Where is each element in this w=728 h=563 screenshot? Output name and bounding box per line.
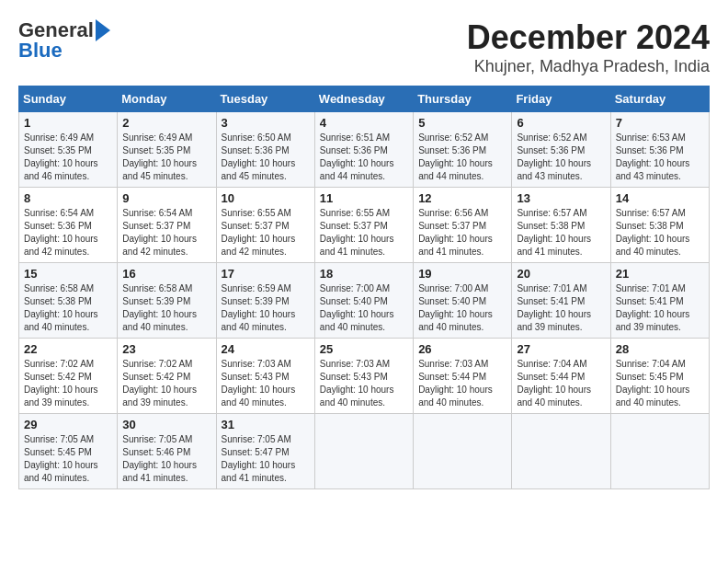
day-number: 17 [222,267,310,281]
day-number: 7 [616,116,704,130]
day-number: 23 [122,342,210,356]
table-row: 15Sunrise: 6:58 AM Sunset: 5:38 PM Dayli… [19,263,118,339]
logo-arrow-icon [96,19,110,41]
day-info: Sunrise: 7:02 AM Sunset: 5:42 PM Dayligh… [24,358,112,409]
table-row: 11Sunrise: 6:55 AM Sunset: 5:37 PM Dayli… [314,188,413,263]
table-row: 30Sunrise: 7:05 AM Sunset: 5:46 PM Dayli… [118,414,216,489]
calendar-table: Sunday Monday Tuesday Wednesday Thursday… [18,86,710,489]
day-info: Sunrise: 6:55 AM Sunset: 5:37 PM Dayligh… [222,207,310,259]
table-row: 17Sunrise: 6:59 AM Sunset: 5:39 PM Dayli… [216,263,314,339]
day-number: 11 [320,191,408,205]
day-number: 15 [24,267,112,281]
day-number: 9 [122,191,210,205]
logo: General Blue [18,18,110,63]
day-number: 26 [418,342,506,356]
table-row: 4Sunrise: 6:51 AM Sunset: 5:36 PM Daylig… [314,112,413,188]
table-row: 26Sunrise: 7:03 AM Sunset: 5:44 PM Dayli… [414,339,512,414]
day-info: Sunrise: 6:52 AM Sunset: 5:36 PM Dayligh… [517,132,605,183]
day-info: Sunrise: 6:50 AM Sunset: 5:36 PM Dayligh… [222,132,310,183]
day-info: Sunrise: 6:54 AM Sunset: 5:36 PM Dayligh… [24,207,112,259]
calendar-week-row: 1Sunrise: 6:49 AM Sunset: 5:35 PM Daylig… [19,112,710,188]
day-info: Sunrise: 6:52 AM Sunset: 5:36 PM Dayligh… [418,132,506,183]
day-info: Sunrise: 6:57 AM Sunset: 5:38 PM Dayligh… [517,207,605,259]
day-info: Sunrise: 6:58 AM Sunset: 5:38 PM Dayligh… [24,282,112,334]
day-info: Sunrise: 7:01 AM Sunset: 5:41 PM Dayligh… [517,282,605,334]
day-number: 5 [418,116,506,130]
day-info: Sunrise: 6:49 AM Sunset: 5:35 PM Dayligh… [24,132,112,183]
table-row: 8Sunrise: 6:54 AM Sunset: 5:36 PM Daylig… [19,188,118,263]
day-info: Sunrise: 7:05 AM Sunset: 5:47 PM Dayligh… [222,433,310,485]
table-row: 27Sunrise: 7:04 AM Sunset: 5:44 PM Dayli… [512,339,610,414]
day-number: 10 [222,191,310,205]
day-info: Sunrise: 7:00 AM Sunset: 5:40 PM Dayligh… [418,282,506,334]
day-number: 6 [517,116,605,130]
calendar-week-row: 29Sunrise: 7:05 AM Sunset: 5:45 PM Dayli… [19,414,710,489]
day-info: Sunrise: 7:00 AM Sunset: 5:40 PM Dayligh… [320,282,408,334]
day-number: 12 [418,191,506,205]
table-row [414,414,512,489]
day-number: 13 [517,191,605,205]
calendar-week-row: 8Sunrise: 6:54 AM Sunset: 5:36 PM Daylig… [19,188,710,263]
day-info: Sunrise: 7:03 AM Sunset: 5:43 PM Dayligh… [320,358,408,409]
calendar-week-row: 15Sunrise: 6:58 AM Sunset: 5:38 PM Dayli… [19,263,710,339]
day-number: 3 [222,116,310,130]
table-row: 6Sunrise: 6:52 AM Sunset: 5:36 PM Daylig… [512,112,610,188]
day-number: 2 [122,116,210,130]
day-info: Sunrise: 7:01 AM Sunset: 5:41 PM Dayligh… [616,282,704,334]
day-info: Sunrise: 7:03 AM Sunset: 5:43 PM Dayligh… [222,358,310,409]
table-row: 28Sunrise: 7:04 AM Sunset: 5:45 PM Dayli… [610,339,709,414]
col-sunday: Sunday [19,86,118,112]
day-info: Sunrise: 7:04 AM Sunset: 5:45 PM Dayligh… [616,358,704,409]
col-monday: Monday [118,86,216,112]
day-number: 31 [222,418,310,431]
table-row: 31Sunrise: 7:05 AM Sunset: 5:47 PM Dayli… [216,414,314,489]
page-title: December 2024 [467,18,710,57]
table-row: 10Sunrise: 6:55 AM Sunset: 5:37 PM Dayli… [216,188,314,263]
table-row: 18Sunrise: 7:00 AM Sunset: 5:40 PM Dayli… [314,263,413,339]
day-number: 29 [24,418,112,431]
day-number: 1 [24,116,112,130]
day-info: Sunrise: 6:51 AM Sunset: 5:36 PM Dayligh… [320,132,408,183]
day-info: Sunrise: 6:57 AM Sunset: 5:38 PM Dayligh… [616,207,704,259]
calendar-header-row: Sunday Monday Tuesday Wednesday Thursday… [19,86,710,112]
day-number: 25 [320,342,408,356]
day-number: 28 [616,342,704,356]
table-row [512,414,610,489]
table-row: 22Sunrise: 7:02 AM Sunset: 5:42 PM Dayli… [19,339,118,414]
day-number: 30 [122,418,210,431]
table-row: 12Sunrise: 6:56 AM Sunset: 5:37 PM Dayli… [414,188,512,263]
page-header: General Blue December 2024 Khujner, Madh… [18,18,710,76]
day-number: 21 [616,267,704,281]
table-row: 7Sunrise: 6:53 AM Sunset: 5:36 PM Daylig… [610,112,709,188]
table-row: 1Sunrise: 6:49 AM Sunset: 5:35 PM Daylig… [19,112,118,188]
day-info: Sunrise: 7:02 AM Sunset: 5:42 PM Dayligh… [122,358,210,409]
day-number: 16 [122,267,210,281]
day-number: 18 [320,267,408,281]
table-row: 13Sunrise: 6:57 AM Sunset: 5:38 PM Dayli… [512,188,610,263]
day-info: Sunrise: 6:56 AM Sunset: 5:37 PM Dayligh… [418,207,506,259]
day-number: 24 [222,342,310,356]
calendar-week-row: 22Sunrise: 7:02 AM Sunset: 5:42 PM Dayli… [19,339,710,414]
table-row: 16Sunrise: 6:58 AM Sunset: 5:39 PM Dayli… [118,263,216,339]
day-number: 8 [24,191,112,205]
day-number: 27 [517,342,605,356]
table-row: 5Sunrise: 6:52 AM Sunset: 5:36 PM Daylig… [414,112,512,188]
day-number: 19 [418,267,506,281]
title-block: December 2024 Khujner, Madhya Pradesh, I… [467,18,710,76]
day-info: Sunrise: 6:59 AM Sunset: 5:39 PM Dayligh… [222,282,310,334]
day-info: Sunrise: 6:55 AM Sunset: 5:37 PM Dayligh… [320,207,408,259]
table-row: 9Sunrise: 6:54 AM Sunset: 5:37 PM Daylig… [118,188,216,263]
day-info: Sunrise: 6:58 AM Sunset: 5:39 PM Dayligh… [122,282,210,334]
page-subtitle: Khujner, Madhya Pradesh, India [467,57,710,76]
table-row: 21Sunrise: 7:01 AM Sunset: 5:41 PM Dayli… [610,263,709,339]
day-info: Sunrise: 6:54 AM Sunset: 5:37 PM Dayligh… [122,207,210,259]
table-row [610,414,709,489]
table-row: 2Sunrise: 6:49 AM Sunset: 5:35 PM Daylig… [118,112,216,188]
day-info: Sunrise: 6:53 AM Sunset: 5:36 PM Dayligh… [616,132,704,183]
day-number: 20 [517,267,605,281]
col-friday: Friday [512,86,610,112]
table-row: 20Sunrise: 7:01 AM Sunset: 5:41 PM Dayli… [512,263,610,339]
day-number: 14 [616,191,704,205]
table-row: 3Sunrise: 6:50 AM Sunset: 5:36 PM Daylig… [216,112,314,188]
col-saturday: Saturday [610,86,709,112]
